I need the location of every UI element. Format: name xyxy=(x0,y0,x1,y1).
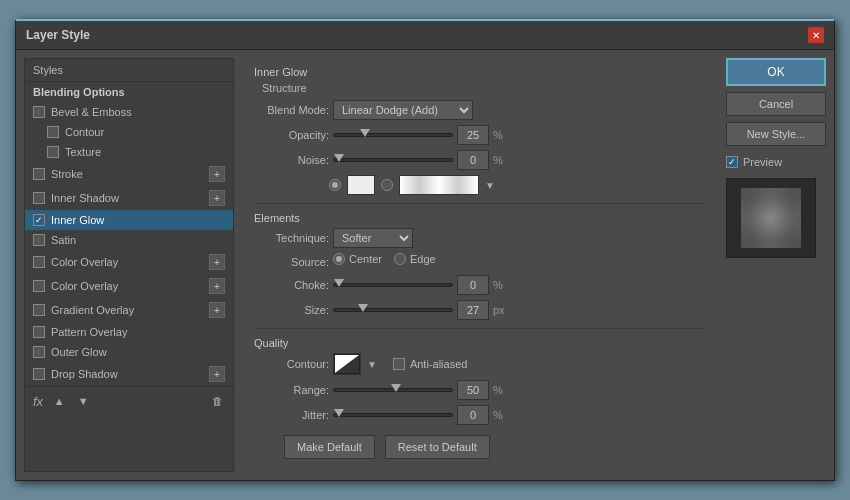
color-overlay2-add-button[interactable]: + xyxy=(209,278,225,294)
contour-dropdown-arrow[interactable]: ▼ xyxy=(367,359,377,370)
size-label: Size: xyxy=(254,304,329,316)
inner-shadow-add-button[interactable]: + xyxy=(209,190,225,206)
contour-label: Contour: xyxy=(254,358,329,370)
preview-checkbox[interactable]: ✓ xyxy=(726,156,738,168)
quality-label: Quality xyxy=(254,337,706,349)
sidebar-item-stroke[interactable]: Stroke + xyxy=(25,162,233,186)
anti-alias-row: Anti-aliased xyxy=(393,358,467,370)
opacity-slider[interactable] xyxy=(333,133,453,137)
technique-select[interactable]: Softer Precise xyxy=(333,228,413,248)
sidebar-item-texture[interactable]: Texture xyxy=(25,142,233,162)
color-radio[interactable] xyxy=(329,179,341,191)
noise-input[interactable] xyxy=(457,150,489,170)
sidebar-item-outer-glow[interactable]: Outer Glow xyxy=(25,342,233,362)
right-panel: OK Cancel New Style... ✓ Preview xyxy=(726,58,826,472)
texture-checkbox[interactable] xyxy=(47,146,59,158)
ok-button[interactable]: OK xyxy=(726,58,826,86)
pattern-overlay-checkbox[interactable] xyxy=(33,326,45,338)
move-up-button[interactable]: ▲ xyxy=(51,393,67,409)
blend-mode-label: Blend Mode: xyxy=(254,104,329,116)
close-button[interactable]: ✕ xyxy=(808,27,824,43)
reset-default-button[interactable]: Reset to Default xyxy=(385,435,490,459)
gradient-overlay-add-button[interactable]: + xyxy=(209,302,225,318)
new-style-button[interactable]: New Style... xyxy=(726,122,826,146)
range-label: Range: xyxy=(254,384,329,396)
satin-checkbox[interactable] xyxy=(33,234,45,246)
stroke-checkbox[interactable] xyxy=(33,168,45,180)
elements-label: Elements xyxy=(254,212,706,224)
sidebar-item-color-overlay1[interactable]: Color Overlay + xyxy=(25,250,233,274)
noise-unit: % xyxy=(493,154,509,166)
gradient-arrow-icon[interactable]: ▼ xyxy=(485,180,495,191)
styles-header: Styles xyxy=(25,59,233,82)
dialog-title: Layer Style xyxy=(26,28,90,42)
blending-options-item[interactable]: Blending Options xyxy=(25,82,233,102)
jitter-input[interactable] xyxy=(457,405,489,425)
range-slider[interactable] xyxy=(333,388,453,392)
cancel-button[interactable]: Cancel xyxy=(726,92,826,116)
source-edge-radio[interactable] xyxy=(394,253,406,265)
source-center-label[interactable]: Center xyxy=(333,253,382,265)
sidebar-item-color-overlay2[interactable]: Color Overlay + xyxy=(25,274,233,298)
sidebar-item-pattern-overlay[interactable]: Pattern Overlay xyxy=(25,322,233,342)
make-default-button[interactable]: Make Default xyxy=(284,435,375,459)
sidebar-item-bevel-emboss[interactable]: Bevel & Emboss xyxy=(25,102,233,122)
contour-preview[interactable] xyxy=(333,353,361,375)
color-overlay2-checkbox[interactable] xyxy=(33,280,45,292)
color-swatch[interactable] xyxy=(347,175,375,195)
contour-checkbox[interactable] xyxy=(47,126,59,138)
divider2 xyxy=(254,328,706,329)
move-down-button[interactable]: ▼ xyxy=(75,393,91,409)
preview-label: Preview xyxy=(743,156,782,168)
left-footer: fx ▲ ▼ 🗑 xyxy=(25,386,233,415)
range-input[interactable] xyxy=(457,380,489,400)
sidebar-item-contour[interactable]: Contour xyxy=(25,122,233,142)
preview-canvas xyxy=(726,178,816,258)
left-panel: Styles Blending Options Bevel & Emboss C… xyxy=(24,58,234,472)
gradient-radio[interactable] xyxy=(381,179,393,191)
drop-shadow-checkbox[interactable] xyxy=(33,368,45,380)
contour-row: Contour: ▼ Anti-aliased xyxy=(254,353,706,375)
color-overlay1-add-button[interactable]: + xyxy=(209,254,225,270)
jitter-row: Jitter: % xyxy=(254,405,706,425)
size-slider[interactable] xyxy=(333,308,453,312)
opacity-row: Opacity: % xyxy=(254,125,706,145)
anti-alias-checkbox[interactable] xyxy=(393,358,405,370)
outer-glow-checkbox[interactable] xyxy=(33,346,45,358)
choke-slider[interactable] xyxy=(333,283,453,287)
sidebar-item-satin[interactable]: Satin xyxy=(25,230,233,250)
choke-unit: % xyxy=(493,279,509,291)
color-overlay1-checkbox[interactable] xyxy=(33,256,45,268)
size-unit: px xyxy=(493,304,509,316)
gradient-overlay-checkbox[interactable] xyxy=(33,304,45,316)
blend-mode-select[interactable]: Linear Dodge (Add) xyxy=(333,100,473,120)
source-row: Source: Center Edge xyxy=(254,253,706,270)
drop-shadow-add-button[interactable]: + xyxy=(209,366,225,382)
sidebar-item-gradient-overlay[interactable]: Gradient Overlay + xyxy=(25,298,233,322)
technique-label: Technique: xyxy=(254,232,329,244)
source-label: Source: xyxy=(254,256,329,268)
delete-button[interactable]: 🗑 xyxy=(209,393,225,409)
color-row: ▼ xyxy=(329,175,706,195)
jitter-slider[interactable] xyxy=(333,413,453,417)
structure-subtitle: Structure xyxy=(262,82,706,94)
size-row: Size: px xyxy=(254,300,706,320)
preview-render xyxy=(741,188,801,248)
inner-shadow-checkbox[interactable] xyxy=(33,192,45,204)
fx-icon: fx xyxy=(33,394,43,409)
sidebar-item-inner-shadow[interactable]: Inner Shadow + xyxy=(25,186,233,210)
noise-label: Noise: xyxy=(254,154,329,166)
gradient-swatch[interactable] xyxy=(399,175,479,195)
bevel-emboss-checkbox[interactable] xyxy=(33,106,45,118)
noise-slider[interactable] xyxy=(333,158,453,162)
choke-input[interactable] xyxy=(457,275,489,295)
sidebar-item-drop-shadow[interactable]: Drop Shadow + xyxy=(25,362,233,386)
sidebar-item-inner-glow[interactable]: ✓ Inner Glow xyxy=(25,210,233,230)
size-input[interactable] xyxy=(457,300,489,320)
inner-glow-checkbox[interactable]: ✓ xyxy=(33,214,45,226)
stroke-add-button[interactable]: + xyxy=(209,166,225,182)
source-center-radio[interactable] xyxy=(333,253,345,265)
layer-style-dialog: Layer Style ✕ Styles Blending Options Be… xyxy=(15,19,835,481)
opacity-input[interactable] xyxy=(457,125,489,145)
source-edge-label[interactable]: Edge xyxy=(394,253,436,265)
